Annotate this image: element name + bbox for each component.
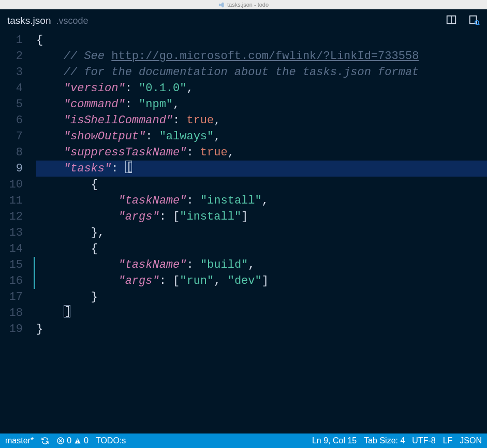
git-change-indicator [34, 257, 35, 273]
comment-link[interactable]: http://go.microsoft.com/fwlink/?LinkId=7… [111, 50, 419, 63]
warning-icon [73, 437, 82, 445]
cursor [125, 161, 132, 173]
code-line[interactable]: "suppressTaskName": true, [36, 144, 487, 161]
line-number: 9 [0, 161, 23, 177]
split-editor-icon[interactable] [446, 14, 457, 28]
code-line[interactable]: // for the documentation about the tasks… [36, 64, 487, 80]
line-number: 6 [0, 112, 23, 128]
code-area[interactable]: 12345678910111213141516171819 { // See h… [0, 32, 487, 433]
line-number: 1 [0, 32, 23, 48]
code-line[interactable]: }, [36, 225, 487, 241]
tab-directory: .vscode [56, 16, 88, 26]
line-number: 16 [0, 273, 23, 289]
matching-bracket [64, 305, 70, 317]
line-number: 19 [0, 321, 23, 337]
tab-active[interactable]: tasks.json .vscode [7, 15, 88, 26]
tab-filename: tasks.json [7, 15, 51, 26]
show-preview-icon[interactable] [468, 14, 480, 28]
vscode-icon [218, 2, 224, 8]
code-line[interactable]: "command": "npm", [36, 96, 487, 112]
code-line[interactable]: "args": ["install"] [36, 209, 487, 225]
editor: tasks.json .vscode 123456789101112131415… [0, 9, 487, 433]
line-number-gutter: 12345678910111213141516171819 [0, 32, 36, 433]
line-number: 13 [0, 225, 23, 241]
code-line[interactable]: // See http://go.microsoft.com/fwlink/?L… [36, 48, 487, 64]
line-number: 18 [0, 305, 23, 321]
line-number: 12 [0, 209, 23, 225]
error-icon [56, 437, 65, 445]
svg-line-4 [478, 24, 479, 25]
tab-bar: tasks.json .vscode [0, 9, 487, 32]
code-line[interactable]: "showOutput": "always", [36, 128, 487, 144]
code-line[interactable]: "version": "0.1.0", [36, 80, 487, 96]
line-number: 11 [0, 193, 23, 209]
code-line[interactable]: "isShellCommand": true, [36, 112, 487, 128]
line-number: 4 [0, 80, 23, 96]
line-number: 17 [0, 289, 23, 305]
status-cursor-position[interactable]: Ln 9, Col 15 [312, 436, 357, 445]
window-title: tasks.json - todo [227, 2, 269, 8]
code-line[interactable]: } [36, 289, 487, 305]
line-number: 15 [0, 257, 23, 273]
line-number: 8 [0, 144, 23, 161]
line-number: 7 [0, 128, 23, 144]
status-problems[interactable]: 0 0 [56, 436, 88, 445]
code-line[interactable]: "args": ["run", "dev"] [36, 273, 487, 289]
git-sync-icon[interactable] [41, 437, 49, 445]
status-eol[interactable]: LF [443, 436, 453, 445]
line-number: 3 [0, 64, 23, 80]
line-number: 10 [0, 177, 23, 193]
code-lines[interactable]: { // See http://go.microsoft.com/fwlink/… [36, 32, 487, 433]
status-bar: master* 0 0 TODO:s Ln 9, Col 15 Tab Size… [0, 433, 487, 448]
git-branch[interactable]: master* [5, 436, 34, 445]
code-line[interactable]: { [36, 32, 487, 48]
git-change-indicator [34, 273, 35, 289]
code-line[interactable]: "tasks": [36, 161, 487, 177]
status-encoding[interactable]: UTF-8 [412, 436, 435, 445]
line-number: 14 [0, 241, 23, 257]
os-titlebar: tasks.json - todo [0, 0, 487, 9]
code-line[interactable]: "taskName": "build", [36, 257, 487, 273]
status-language[interactable]: JSON [460, 436, 482, 445]
status-todos[interactable]: TODO:s [96, 436, 126, 445]
line-number: 2 [0, 48, 23, 64]
code-line[interactable]: { [36, 177, 487, 193]
code-line[interactable] [36, 305, 487, 321]
status-tab-size[interactable]: Tab Size: 4 [364, 436, 405, 445]
code-line[interactable]: "taskName": "install", [36, 193, 487, 209]
code-line[interactable]: { [36, 241, 487, 257]
code-line[interactable]: } [36, 321, 487, 337]
line-number: 5 [0, 96, 23, 112]
